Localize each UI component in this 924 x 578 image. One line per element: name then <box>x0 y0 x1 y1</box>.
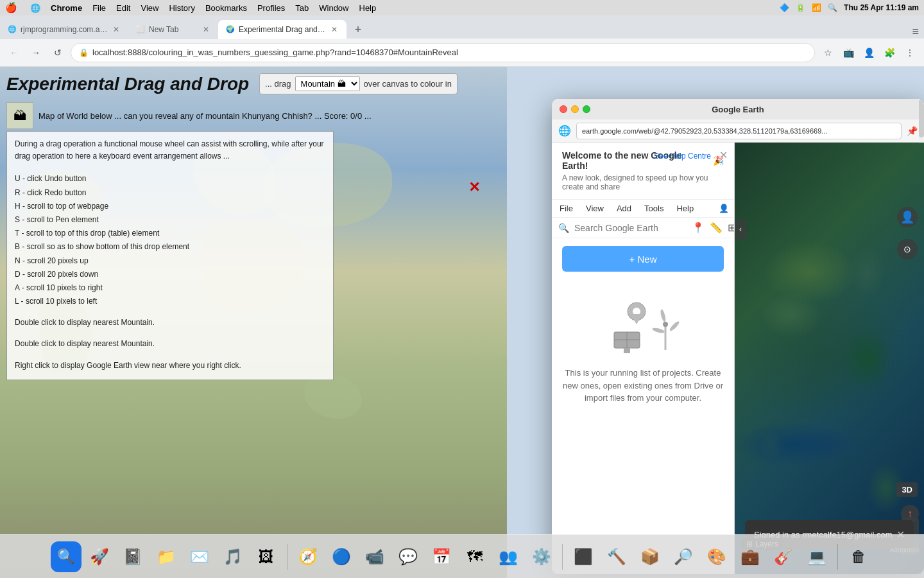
ge-menu-view[interactable]: View <box>583 202 606 215</box>
profile-button[interactable]: 👤 <box>860 44 878 62</box>
ge-streetview-person-icon[interactable]: 👤 <box>897 207 918 227</box>
forward-button[interactable]: → <box>27 44 45 62</box>
address-bar-actions: ☆ 📺 👤 🧩 ⋮ <box>819 44 919 62</box>
url-bar[interactable]: 🔒 localhost:8888/colouring_in_was_number… <box>71 43 815 62</box>
ge-grid-search-icon[interactable]: ⊞ <box>728 222 735 234</box>
ge-menu-add[interactable]: Add <box>614 202 634 215</box>
dock-separator-2 <box>562 544 563 570</box>
search-menubar-icon[interactable]: 🔍 <box>828 3 837 12</box>
wifi-icon: 📶 <box>812 3 821 12</box>
ge-globe-icon: 🌐 <box>558 125 571 137</box>
dock-maps[interactable]: 🗺 <box>459 541 490 572</box>
tab-close-3[interactable]: ✕ <box>330 24 339 35</box>
dock-zoom[interactable]: 🔎 <box>668 541 699 572</box>
tab-close-2[interactable]: ✕ <box>201 24 210 35</box>
ge-map-panel: ‹ 👤 ⊙ 3D ↑ − + <box>735 143 924 574</box>
ge-panel-toggle-button[interactable]: ‹ <box>735 220 746 239</box>
ge-see-help-link[interactable]: See Help Centre <box>654 152 711 161</box>
ge-projects-area: This is your running list of projects. C… <box>552 279 734 574</box>
dock-slack[interactable]: 💼 <box>735 541 766 572</box>
view-menu[interactable]: View <box>141 3 158 13</box>
ge-pin-search-icon[interactable]: 📍 <box>692 222 705 234</box>
dock-trash[interactable]: 🗑 <box>843 541 874 572</box>
ge-close-button[interactable] <box>560 105 567 113</box>
dock-mail[interactable]: ✉️ <box>184 541 215 572</box>
dock-calendar[interactable]: 📅 <box>426 541 457 572</box>
dock-safari[interactable]: 🧭 <box>293 541 323 572</box>
profiles-menu[interactable]: Profiles <box>257 3 285 13</box>
history-menu[interactable]: History <box>169 3 194 13</box>
file-menu[interactable]: File <box>92 3 106 13</box>
dock-contacts[interactable]: 👥 <box>493 541 524 572</box>
dock-filezip[interactable]: 📦 <box>635 541 665 572</box>
map-marker-x[interactable]: ✕ <box>468 179 480 196</box>
extensions-button[interactable]: 🧩 <box>880 44 898 62</box>
ge-search-icon: 🔍 <box>558 223 569 233</box>
ge-user-avatar[interactable]: 👤 <box>719 204 729 213</box>
tab-close-1[interactable]: ✕ <box>112 24 121 35</box>
info-intro: During a drag operation a functional mou… <box>15 138 325 162</box>
dock-finder[interactable]: 🔍 <box>51 541 81 572</box>
shortcut-a: A - scroll 10 pixels to right <box>15 282 325 294</box>
page-title-area: Experimental Drag and Drop ... drag Moun… <box>6 73 458 94</box>
ge-minimize-button[interactable] <box>571 105 579 113</box>
chrome-app-name[interactable]: Chrome <box>51 3 82 13</box>
edit-menu[interactable]: Edit <box>116 3 130 13</box>
dock-vscode[interactable]: 💻 <box>801 541 832 572</box>
ge-desat-icon[interactable]: ⊙ <box>897 239 918 259</box>
window-menu[interactable]: Window <box>319 3 348 13</box>
ge-new-button[interactable]: + New <box>562 246 724 272</box>
ge-search-input[interactable] <box>574 223 687 233</box>
ge-menu-help[interactable]: Help <box>674 202 696 215</box>
mountain-thumbnail[interactable]: 🏔 <box>6 102 33 129</box>
ge-measure-search-icon[interactable]: 📏 <box>710 222 723 234</box>
svg-rect-6 <box>624 348 630 353</box>
tab-menu[interactable]: Tab <box>295 3 309 13</box>
bookmarks-menu[interactable]: Bookmarks <box>205 3 247 13</box>
dock-settings[interactable]: ⚙️ <box>526 541 557 572</box>
back-button[interactable]: ← <box>5 44 23 62</box>
menu-button[interactable]: ⋮ <box>901 44 919 62</box>
google-earth-window: Google Earth 🌐 earth.google.com/web/@42.… <box>552 99 924 574</box>
reload-button[interactable]: ↺ <box>49 44 67 62</box>
ge-3d-button[interactable]: 3D <box>896 482 918 497</box>
ge-menu-tools[interactable]: Tools <box>642 202 666 215</box>
ge-address-bar: 🌐 earth.google.com/web/@42.79052923,20.5… <box>552 119 924 143</box>
tab-newtab[interactable]: ⬜ New Tab ✕ <box>128 20 218 39</box>
apple-menu-icon[interactable]: 🍎 <box>5 2 17 13</box>
note-right-click: Right click to display Google Earth view… <box>15 360 325 372</box>
ge-maximize-button[interactable] <box>583 105 590 113</box>
tab-bar-menu-icon[interactable]: ≡ <box>912 25 919 39</box>
cast-button[interactable]: 📺 <box>839 44 857 62</box>
dock-xcode[interactable]: 🔨 <box>601 541 632 572</box>
ge-satellite-overlay <box>735 143 924 574</box>
new-tab-button[interactable]: + <box>349 21 367 39</box>
tab-rjm[interactable]: 🌐 rjmprogramming.com.au/tod... ✕ <box>0 20 128 39</box>
ge-url-field[interactable]: earth.google.com/web/@42.79052923,20.533… <box>576 123 902 139</box>
chrome-menu[interactable]: 🌐 <box>30 3 40 13</box>
game-controls: ... drag Mountain 🏔 River Lake over canv… <box>259 73 458 94</box>
dock-spotify[interactable]: 🎸 <box>768 541 799 572</box>
dock-photos[interactable]: 🖼 <box>251 541 282 572</box>
dock-facetime[interactable]: 📹 <box>359 541 390 572</box>
page-title: Experimental Drag and Drop <box>6 74 249 94</box>
dock-music[interactable]: 🎵 <box>218 541 248 572</box>
dock-files[interactable]: 📁 <box>151 541 182 572</box>
mountain-thumb-icon: 🏔 <box>13 109 26 123</box>
tab-title-3: Experimental Drag and Drop... <box>239 25 326 34</box>
ge-search-actions: 📍 📏 ⊞ ▲ <box>692 222 735 234</box>
mountain-select[interactable]: Mountain 🏔 River Lake <box>295 76 360 91</box>
dock-figma[interactable]: 🎨 <box>701 541 732 572</box>
ge-menu-file[interactable]: File <box>557 202 576 215</box>
dock-launchpad[interactable]: 🚀 <box>84 541 115 572</box>
tab-favicon-3: 🌍 <box>226 25 235 34</box>
ge-addr-icon-1[interactable]: 📌 <box>907 126 918 136</box>
dock-chrome[interactable]: 🔵 <box>326 541 357 572</box>
help-menu[interactable]: Help <box>359 3 377 13</box>
tab-experimental[interactable]: 🌍 Experimental Drag and Drop... ✕ <box>218 20 346 39</box>
dock-terminal[interactable]: ⬛ <box>568 541 599 572</box>
dock-notes[interactable]: 📓 <box>117 541 148 572</box>
bookmark-button[interactable]: ☆ <box>819 44 837 62</box>
dock-messages[interactable]: 💬 <box>393 541 424 572</box>
ge-welcome-close-button[interactable]: ✕ <box>719 149 728 161</box>
